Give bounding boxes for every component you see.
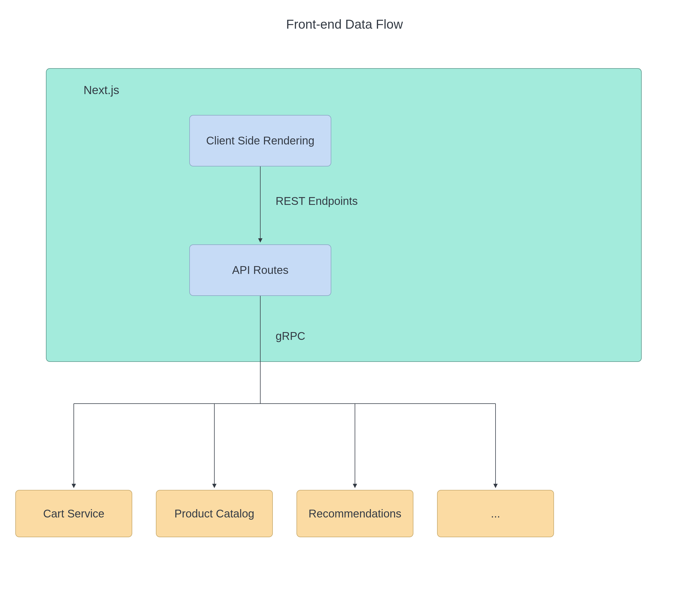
csr-label: Client Side Rendering [206,134,314,147]
more-services-node: ... [437,490,554,537]
recommendations-label: Recommendations [308,507,401,520]
product-catalog-node: Product Catalog [156,490,273,537]
diagram-title: Front-end Data Flow [0,17,689,32]
cart-service-node: Cart Service [15,490,132,537]
api-routes-node: API Routes [189,244,331,296]
cart-service-label: Cart Service [43,507,104,520]
csr-node: Client Side Rendering [189,115,331,167]
nextjs-label: Next.js [84,84,119,97]
nextjs-container [46,68,642,362]
api-routes-label: API Routes [232,264,288,277]
recommendations-node: Recommendations [296,490,414,537]
more-services-label: ... [491,507,500,520]
product-catalog-label: Product Catalog [175,507,254,520]
rest-edge-label: REST Endpoints [275,195,358,207]
grpc-edge-label: gRPC [275,330,305,343]
